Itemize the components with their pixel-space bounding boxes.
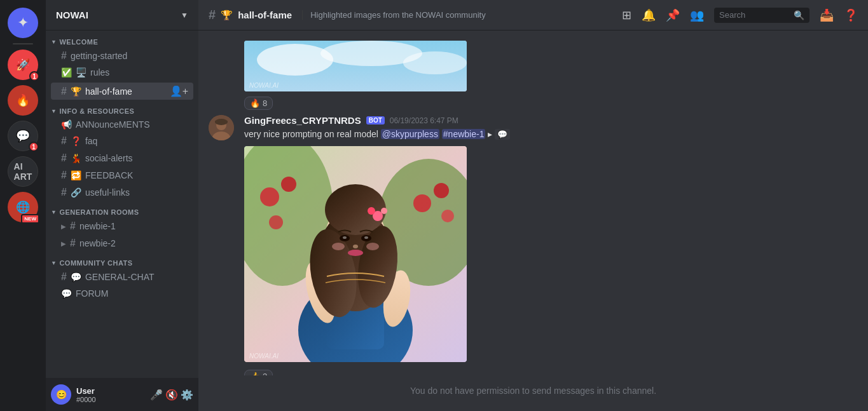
collapsed-arrow-2-icon: ▶ <box>61 240 66 247</box>
links-emoji: 🔗 <box>71 187 81 198</box>
svg-point-13 <box>281 177 296 192</box>
channel-getting-started[interactable]: # getting-started <box>51 48 193 64</box>
hash-icon: # <box>61 50 67 62</box>
category-community-chats[interactable]: ▼ COMMUNITY CHATS <box>46 257 198 268</box>
server-3-icon: 💬 <box>16 129 30 143</box>
channel-announcements[interactable]: 📢 ANNounceMENTS <box>51 117 193 132</box>
message-username-1[interactable]: GingFreecs_CRYPTNRDS <box>244 115 361 126</box>
svg-point-3 <box>403 51 467 74</box>
message-timestamp-1: 06/19/2023 6:47 PM <box>390 116 458 125</box>
channel-mention-newbie1[interactable]: #newbie-1 <box>442 129 486 139</box>
channel-newbie-1[interactable]: ▶ # newbie-1 <box>51 218 193 234</box>
channel-general-chat[interactable]: # 💬 GENERAL-CHAT <box>51 269 193 285</box>
hash-icon-6: # <box>61 187 67 198</box>
megaphone-icon: 📢 <box>61 119 72 130</box>
category-info-label: INFO & RESOURCES <box>59 107 134 115</box>
search-input[interactable] <box>719 10 789 20</box>
channel-hall-of-fame-label: hall-of-fame <box>85 86 132 97</box>
user-avatar-icon: 😊 <box>56 389 67 400</box>
user-bar: 😊 User #0000 🎤 🔇 ⚙️ <box>46 378 198 411</box>
svg-point-31 <box>343 236 347 239</box>
add-user-icon[interactable]: 👤+ <box>170 85 188 97</box>
search-icon: 🔍 <box>794 10 804 20</box>
category-generation-rooms[interactable]: ▼ GENERATION ROOMS <box>46 206 198 217</box>
threads-icon[interactable]: ⊞ <box>622 8 631 22</box>
channel-faq[interactable]: # ❓ faq <box>51 133 193 149</box>
category-welcome[interactable]: ▼ WELCOME <box>46 36 198 47</box>
thumbsup-reaction[interactable]: 👍 2 <box>244 370 273 375</box>
server-icon-4[interactable]: AIART <box>8 156 38 187</box>
help-icon[interactable]: ❓ <box>844 8 858 22</box>
server-icon-2[interactable]: 🔥 <box>8 85 38 116</box>
channel-hash-icon: # <box>209 8 216 22</box>
image-attachment-1: NOWAI.AI <box>244 146 467 362</box>
channel-feedback[interactable]: # 🔁 FEEDBACK <box>51 167 193 184</box>
thread-ref-1[interactable]: 💬 <box>495 129 510 140</box>
category-info-resources[interactable]: ▼ INFO & RESOURCES <box>46 105 198 116</box>
server-5-icon: 🌐 <box>16 200 30 214</box>
server-chevron-icon: ▼ <box>181 11 188 20</box>
channel-faq-label: faq <box>85 136 97 146</box>
svg-point-28 <box>325 184 386 235</box>
server-icon-5[interactable]: 🌐 NEW <box>8 192 38 222</box>
mic-icon[interactable]: 🎤 <box>150 389 163 401</box>
channel-newbie-2-label: newbie-2 <box>79 238 116 248</box>
user-controls: 🎤 🔇 ⚙️ <box>150 389 193 401</box>
channel-rules[interactable]: ✅ 🖥️ rules <box>51 65 193 80</box>
pin-icon[interactable]: 📌 <box>666 8 680 22</box>
nowai-watermark-top: NOWAI.AI <box>249 82 279 89</box>
server-icon-1[interactable]: 🚀 1 <box>8 50 38 80</box>
category-arrow-info-icon: ▼ <box>51 108 57 114</box>
inbox-icon[interactable]: 📥 <box>820 8 834 22</box>
channel-social-alerts[interactable]: # 💃 social-alerts <box>51 150 193 166</box>
rules-emoji: 🖥️ <box>76 67 86 77</box>
no-permission-text: You do not have permission to send messa… <box>209 381 858 401</box>
hash-icon-2: # <box>61 86 67 97</box>
svg-point-33 <box>353 245 358 248</box>
top-reaction-count: 8 <box>263 98 267 108</box>
channel-feedback-label: FEEDBACK <box>85 170 133 180</box>
server-header[interactable]: NOWAI ▼ <box>46 0 198 30</box>
mute-channel-icon[interactable]: 🔔 <box>642 8 656 22</box>
channel-hall-of-fame[interactable]: # 🏆 hall-of-fame 👤+ <box>51 83 193 100</box>
message-avatar-1[interactable] <box>209 115 234 140</box>
channel-newbie-2[interactable]: ▶ # newbie-2 <box>51 235 193 252</box>
category-arrow-icon: ▼ <box>51 39 57 45</box>
category-welcome-label: WELCOME <box>59 38 98 46</box>
svg-point-35 <box>332 243 345 250</box>
forum-icon: 💬 <box>61 288 72 299</box>
top-reaction[interactable]: 🔥 8 <box>244 97 273 110</box>
hash-icon-7: # <box>70 220 76 232</box>
fire-emoji: 🔥 <box>250 98 260 108</box>
avatar-svg <box>209 115 234 140</box>
settings-icon[interactable]: ⚙️ <box>181 389 193 401</box>
hash-icon-3: # <box>61 135 67 147</box>
server-divider <box>13 43 33 44</box>
top-image-container: NOWAI.AI 🔥 8 <box>244 41 858 110</box>
search-bar[interactable]: 🔍 <box>714 8 809 23</box>
channel-general-chat-label: GENERAL-CHAT <box>85 272 155 282</box>
message-text-plain-1: very nice prompting on real model <box>244 129 381 139</box>
server-icon-3[interactable]: 💬 1 <box>8 121 38 151</box>
message-group-1: GingFreecs_CRYPTNRDS BOT 06/19/2023 6:47… <box>209 115 858 375</box>
reactions-1: 👍 2 <box>244 367 858 375</box>
server-icon-home[interactable]: ✦ <box>8 8 38 38</box>
category-arrow-comm-icon: ▼ <box>51 260 57 266</box>
username-label: User <box>76 386 145 396</box>
server-3-badge: 1 <box>29 142 39 152</box>
channel-forum[interactable]: 💬 FORUM <box>51 286 193 301</box>
svg-point-39 <box>381 208 387 214</box>
category-arrow-gen-icon: ▼ <box>51 209 57 215</box>
message-content-1: GingFreecs_CRYPTNRDS BOT 06/19/2023 6:47… <box>244 115 858 375</box>
mute-icon[interactable]: 🔇 <box>165 389 178 401</box>
collapsed-arrow-icon: ▶ <box>61 223 66 230</box>
hash-icon-9: # <box>61 271 67 283</box>
thread-separator: ▸ <box>488 129 495 139</box>
svg-point-15 <box>434 183 449 198</box>
channel-rules-label: rules <box>90 67 109 77</box>
svg-point-32 <box>364 236 368 239</box>
channel-useful-links[interactable]: # 🔗 useful-links <box>51 184 193 201</box>
channel-newbie-1-label: newbie-1 <box>79 221 116 231</box>
mention-skypurpless[interactable]: @skypurpless <box>381 129 439 139</box>
member-list-icon[interactable]: 👥 <box>690 8 704 22</box>
